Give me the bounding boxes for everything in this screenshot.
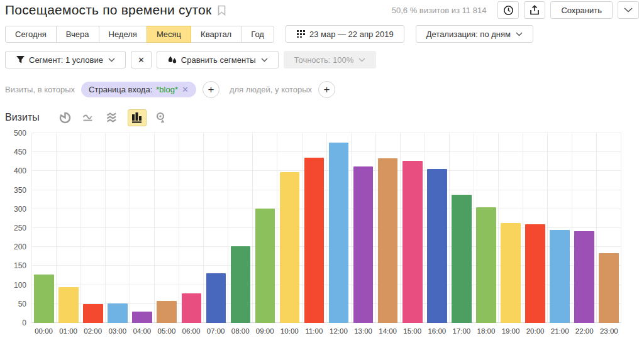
chevron-down-icon <box>624 8 633 13</box>
segment-label: Сегмент: 1 условие <box>29 55 103 65</box>
x-tick-label: 08:00 <box>228 327 253 335</box>
y-tick-label: 450 <box>14 148 26 156</box>
bar-slot <box>253 133 277 323</box>
bar-slot <box>228 133 253 323</box>
y-tick-label: 400 <box>14 166 26 175</box>
map-pin-icon <box>155 112 166 124</box>
y-tick-label: 500 <box>14 129 26 138</box>
bar-slot <box>32 133 57 323</box>
x-tick-label: 18:00 <box>474 327 498 335</box>
x-tick-label: 19:00 <box>498 327 523 335</box>
x-tick-label: 03:00 <box>105 327 130 335</box>
period-tab-сегодня[interactable]: Сегодня <box>5 26 57 43</box>
bar-slot <box>130 133 155 323</box>
bar-04:00[interactable] <box>132 312 152 323</box>
chip-close-icon[interactable]: ✕ <box>182 85 189 94</box>
y-tick-label: 0 <box>22 318 26 327</box>
close-icon: ✕ <box>138 55 145 65</box>
bar-16:00[interactable] <box>427 169 447 323</box>
x-tick-label: 07:00 <box>204 327 228 335</box>
bar-19:00[interactable] <box>501 223 521 323</box>
x-tick-label: 00:00 <box>31 327 56 335</box>
x-tick-label: 11:00 <box>302 327 326 335</box>
visits-by-hour-chart: 050100150200250300350400450500 00:0001:0… <box>0 133 644 335</box>
bar-18:00[interactable] <box>476 207 496 323</box>
compare-segments-button[interactable]: Сравнить сегменты <box>157 51 279 68</box>
bar-slot <box>106 133 130 323</box>
bar-10:00[interactable] <box>280 172 300 323</box>
chart-type-pie[interactable] <box>56 109 75 126</box>
period-toolbar: СегодняВчераНеделяМесяцКварталГод 23 мар… <box>5 25 639 43</box>
bar-06:00[interactable] <box>182 293 202 323</box>
chart-type-map[interactable] <box>152 109 170 126</box>
bar-02:00[interactable] <box>83 304 103 323</box>
add-people-condition-button[interactable]: + <box>318 81 335 98</box>
bar-20:00[interactable] <box>525 224 545 323</box>
y-axis: 050100150200250300350400450500 <box>0 133 31 323</box>
bar-chart-icon <box>131 112 143 123</box>
add-visit-condition-button[interactable]: + <box>203 81 219 98</box>
bar-slot <box>401 133 425 323</box>
x-tick-label: 01:00 <box>56 327 80 335</box>
chart-type-bar[interactable] <box>128 109 147 126</box>
accuracy-button[interactable]: Точность: 100% <box>284 51 377 68</box>
y-tick-label: 100 <box>14 281 26 290</box>
history-button[interactable] <box>497 1 519 19</box>
segment-button[interactable]: Сегмент: 1 условие <box>5 51 126 68</box>
bar-slot <box>303 133 327 323</box>
bar-11:00[interactable] <box>304 158 325 323</box>
save-button[interactable]: Сохранить <box>550 1 613 19</box>
bar-15:00[interactable] <box>402 161 423 323</box>
period-tab-месяц[interactable]: Месяц <box>147 26 191 43</box>
bar-22:00[interactable] <box>574 231 594 323</box>
bar-05:00[interactable] <box>157 301 177 323</box>
bar-slot <box>204 133 228 323</box>
segment-clear-button[interactable]: ✕ <box>131 51 152 68</box>
x-tick-label: 22:00 <box>572 327 597 335</box>
chart-type-line[interactable] <box>80 109 99 126</box>
period-tab-вчера[interactable]: Вчера <box>56 26 99 43</box>
bar-09:00[interactable] <box>255 209 275 323</box>
bar-slot <box>327 133 352 323</box>
bar-23:00[interactable] <box>599 253 619 323</box>
period-tab-квартал[interactable]: Квартал <box>191 26 242 43</box>
filter-chip-entry-page[interactable]: Страница входа: *blog* ✕ <box>81 82 196 97</box>
date-range-label: 23 мар — 22 апр 2019 <box>309 30 394 39</box>
period-tab-год[interactable]: Год <box>241 26 274 43</box>
y-tick-label: 250 <box>14 224 26 232</box>
bar-01:00[interactable] <box>58 287 79 323</box>
bar-07:00[interactable] <box>206 273 226 323</box>
bar-14:00[interactable] <box>378 158 398 323</box>
bar-slots <box>32 133 621 323</box>
bar-12:00[interactable] <box>329 143 349 323</box>
date-range-button[interactable]: 23 мар — 22 апр 2019 <box>286 25 404 43</box>
plot-area <box>31 133 621 323</box>
x-tick-label: 05:00 <box>154 327 179 335</box>
pie-chart-icon <box>59 112 71 124</box>
detalization-label: Детализация: по дням <box>426 30 511 39</box>
x-tick-label: 15:00 <box>400 327 425 335</box>
bar-slot <box>548 133 572 323</box>
bookmark-icon[interactable] <box>218 5 226 16</box>
detalization-button[interactable]: Детализация: по дням <box>416 25 533 43</box>
bar-slot <box>352 133 376 323</box>
chart-type-stacked-area[interactable] <box>104 109 123 126</box>
visits-condition-label: Визиты, в которых <box>5 85 75 94</box>
bar-13:00[interactable] <box>353 166 374 323</box>
bar-03:00[interactable] <box>108 303 128 323</box>
save-menu-button[interactable] <box>618 1 639 19</box>
bar-17:00[interactable] <box>452 195 472 323</box>
bar-21:00[interactable] <box>550 230 570 323</box>
chip-label: Страница входа: <box>89 85 152 94</box>
page-title: Посещаемость по времени суток <box>5 3 211 18</box>
bar-08:00[interactable] <box>231 246 251 323</box>
bar-00:00[interactable] <box>34 275 54 323</box>
bar-slot <box>376 133 401 323</box>
period-tab-неделя[interactable]: Неделя <box>99 26 147 43</box>
x-tick-label: 14:00 <box>375 327 400 335</box>
export-button[interactable] <box>524 1 545 19</box>
export-icon <box>530 5 540 16</box>
chart-right-gutter <box>621 133 644 323</box>
bar-slot <box>155 133 179 323</box>
segment-toolbar: Сегмент: 1 условие ✕ Сравнить сегменты Т… <box>5 51 639 68</box>
